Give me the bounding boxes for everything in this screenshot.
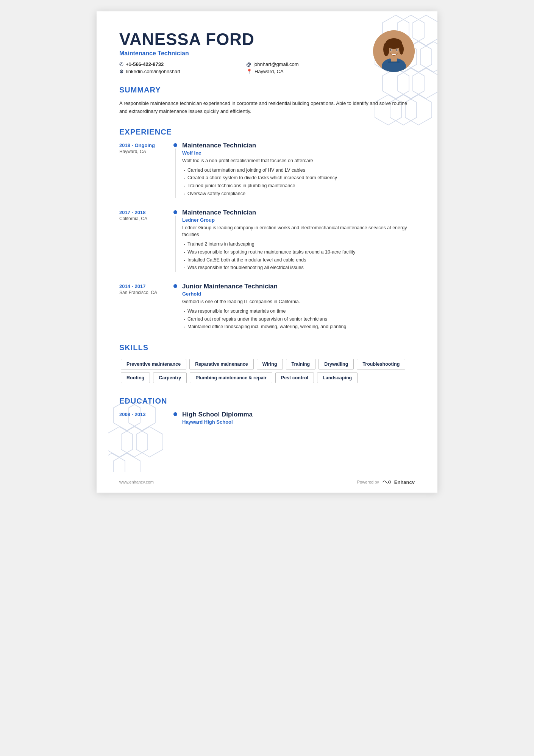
experience-item-3: 2014 - 2017 San Francisco, CA Junior Mai… [119,283,415,331]
exp-bullet-1-2: Trained junior technicians in plumbing m… [182,182,415,189]
contact-grid: ✆ +1-566-422-8732 @ johnhart@gmail.com ⚙… [119,61,362,74]
linkedin-contact: ⚙ linkedin.com/in/johnshart [119,69,235,74]
exp-bullet-2-1: Was responsible for spotting routine mai… [182,249,415,256]
exp-line-1 [175,149,176,198]
exp-role-3: Junior Maintenance Technician [182,283,415,290]
edu-timeline [172,411,178,425]
skill-4: Drywalling [319,359,354,369]
summary-text: A responsible maintenance technician exp… [119,100,415,116]
exp-date-col-2: 2017 - 2018 California, CA [119,209,169,272]
edu-school: Hayward High School [182,419,415,425]
edu-dot [173,412,177,416]
svg-point-26 [399,44,404,55]
location-icon: 📍 [246,69,252,74]
exp-desc-1: Wolf Inc is a non-profit establishment t… [182,157,415,164]
linkedin-icon: ⚙ [119,69,124,74]
svg-marker-2 [413,15,437,45]
skill-2: Wiring [257,359,283,369]
exp-dot-2 [173,210,177,214]
exp-role-2: Maintenance Technician [182,209,415,216]
candidate-title: Maintenance Technician [119,50,362,57]
header-section: VANESSA FORD Maintenance Technician ✆ +1… [119,30,415,74]
phone-icon: ✆ [119,61,123,67]
svg-point-29 [390,49,392,51]
exp-date-col-3: 2014 - 2017 San Francisco, CA [119,283,169,331]
linkedin-url: linkedin.com/in/johnshart [126,69,180,74]
experience-title: EXPERIENCE [119,128,415,136]
exp-bullets-1: Carried out termination and jointing of … [182,167,415,197]
skills-section: SKILLS Preventive maintenance Reparative… [119,343,415,385]
footer-powered: Powered by Enhancv [357,479,415,485]
summary-title: SUMMARY [119,86,415,94]
exp-location-2: California, CA [119,216,169,221]
skill-8: Plumbing maintenance & repair [190,373,272,383]
exp-bullet-1-1: Created a chore system to divide tasks w… [182,174,415,182]
exp-date-col-1: 2018 - Ongoing Hayward, CA [119,142,169,198]
exp-bullet-2-3: Was responsible for troubleshooting all … [182,264,415,271]
exp-timeline-2 [172,209,178,272]
exp-timeline-3 [172,283,178,331]
enhancv-logo-icon [381,479,392,485]
svg-rect-31 [388,61,400,63]
exp-content-3: Junior Maintenance Technician Gerhold Ge… [182,283,415,331]
exp-dot-1 [173,143,177,147]
skills-title: SKILLS [119,343,415,352]
exp-bullet-2-0: Trained 2 interns in landscaping [182,241,415,248]
location-text: Hayward, CA [255,69,284,74]
exp-role-1: Maintenance Technician [182,142,415,149]
svg-marker-9 [413,68,437,99]
exp-bullet-1-0: Carried out termination and jointing of … [182,167,415,174]
location-contact: 📍 Hayward, CA [246,69,362,74]
exp-location-1: Hayward, CA [119,149,169,154]
exp-company-1: Wolf Inc [182,150,415,156]
skill-0: Preventive maintenance [121,359,186,369]
summary-section: SUMMARY A responsible maintenance techni… [119,86,415,116]
skill-6: Roofing [121,373,150,383]
edu-date: 2008 - 2013 [119,411,169,417]
skill-9: Pest control [275,373,314,383]
exp-desc-2: Ledner Group is leading company in erect… [182,224,415,239]
svg-marker-6 [420,42,437,72]
svg-point-30 [396,49,398,51]
exp-content-2: Maintenance Technician Ledner Group Ledn… [182,209,415,272]
svg-marker-16 [121,427,148,457]
exp-bullet-3-0: Was responsible for sourcing materials o… [182,308,415,315]
exp-bullet-3-1: Carried out roof repairs under the super… [182,316,415,323]
exp-bullets-2: Trained 2 interns in landscaping Was res… [182,241,415,271]
phone-number: +1-566-422-8732 [126,61,164,67]
edu-content: High School Diplomma Hayward High School [182,411,415,425]
footer-url: www.enhancv.com [119,480,154,484]
education-section: EDUCATION 2008 - 2013 High School Diplom… [119,397,415,425]
skill-5: Troubleshooting [357,359,405,369]
svg-marker-15 [108,427,133,457]
svg-marker-17 [136,427,163,457]
edu-degree: High School Diplomma [182,411,415,418]
email-contact: @ johnhart@gmail.com [246,61,362,67]
exp-date-3: 2014 - 2017 [119,283,169,289]
exp-line-2 [175,216,176,272]
skill-10: Landscaping [317,373,358,383]
education-item-1: 2008 - 2013 High School Diplomma Hayward… [119,411,415,425]
edu-date-col: 2008 - 2013 [119,411,169,425]
phone-contact: ✆ +1-566-422-8732 [119,61,235,67]
email-address: johnhart@gmail.com [253,61,298,67]
experience-item-1: 2018 - Ongoing Hayward, CA Maintenance T… [119,142,415,198]
svg-point-25 [383,42,389,56]
header-info: VANESSA FORD Maintenance Technician ✆ +1… [119,30,362,74]
exp-timeline-1 [172,142,178,198]
exp-content-1: Maintenance Technician Wolf Inc Wolf Inc… [182,142,415,198]
exp-date-2: 2017 - 2018 [119,209,169,215]
exp-bullet-3-2: Maintained office landscaping incl. mowi… [182,323,415,330]
exp-location-3: San Francisco, CA [119,290,169,295]
exp-company-2: Ledner Group [182,217,415,223]
email-icon: @ [246,61,251,67]
content-wrapper: VANESSA FORD Maintenance Technician ✆ +1… [119,30,415,425]
exp-bullet-1-3: Oversaw safety compliance [182,190,415,197]
exp-bullets-3: Was responsible for sourcing materials o… [182,308,415,330]
exp-date-1: 2018 - Ongoing [119,142,169,148]
svg-marker-18 [108,453,125,472]
education-title: EDUCATION [119,397,415,405]
candidate-name: VANESSA FORD [119,30,362,49]
brand-name: Enhancv [394,479,415,485]
skill-7: Carpentry [153,373,187,383]
